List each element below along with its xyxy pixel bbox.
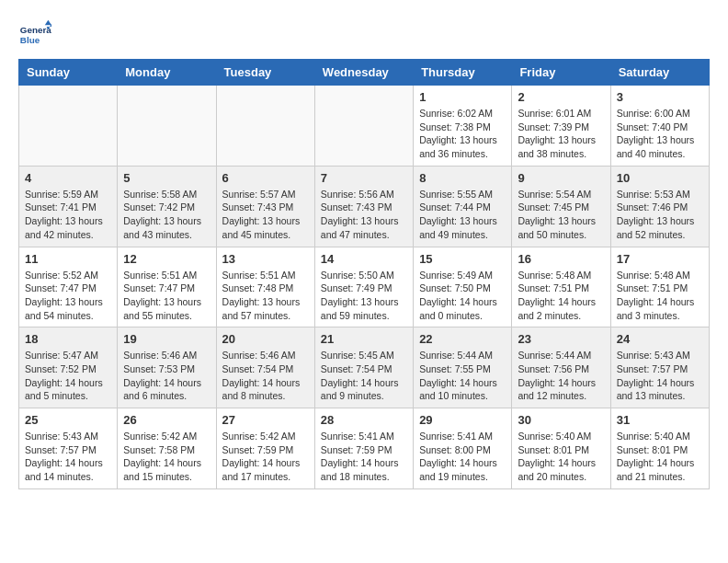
day-number: 29 <box>419 413 506 427</box>
day-number: 6 <box>222 171 309 185</box>
calendar-week-1: 4Sunrise: 5:59 AM Sunset: 7:41 PM Daylig… <box>19 166 710 247</box>
day-info: Sunrise: 5:54 AM Sunset: 7:45 PM Dayligh… <box>518 188 604 242</box>
calendar-week-2: 11Sunrise: 5:52 AM Sunset: 7:47 PM Dayli… <box>19 247 710 327</box>
day-number: 17 <box>617 252 703 266</box>
calendar-day-28: 28Sunrise: 5:41 AM Sunset: 7:59 PM Dayli… <box>314 408 413 489</box>
day-info: Sunrise: 5:50 AM Sunset: 7:49 PM Dayligh… <box>321 269 407 323</box>
logo-icon: General Blue <box>18 18 51 52</box>
day-number: 25 <box>25 413 111 427</box>
calendar-day-12: 12Sunrise: 5:51 AM Sunset: 7:47 PM Dayli… <box>118 247 216 327</box>
day-number: 7 <box>321 171 407 185</box>
calendar-day-3: 3Sunrise: 6:00 AM Sunset: 7:40 PM Daylig… <box>610 86 709 167</box>
day-number: 28 <box>321 413 407 427</box>
calendar-day-empty <box>19 86 118 167</box>
day-info: Sunrise: 5:44 AM Sunset: 7:55 PM Dayligh… <box>419 349 506 403</box>
day-number: 31 <box>617 413 703 427</box>
calendar-day-empty <box>118 86 216 167</box>
calendar-day-7: 7Sunrise: 5:56 AM Sunset: 7:43 PM Daylig… <box>314 166 413 247</box>
day-number: 5 <box>123 171 210 185</box>
calendar-day-17: 17Sunrise: 5:48 AM Sunset: 7:51 PM Dayli… <box>610 247 709 327</box>
day-number: 15 <box>419 252 506 266</box>
day-info: Sunrise: 5:51 AM Sunset: 7:47 PM Dayligh… <box>123 269 210 323</box>
day-number: 27 <box>222 413 309 427</box>
calendar-header-row: SundayMondayTuesdayWednesdayThursdayFrid… <box>19 60 710 86</box>
calendar-day-5: 5Sunrise: 5:58 AM Sunset: 7:42 PM Daylig… <box>118 166 216 247</box>
calendar-day-2: 2Sunrise: 6:01 AM Sunset: 7:39 PM Daylig… <box>512 86 610 167</box>
calendar-day-16: 16Sunrise: 5:48 AM Sunset: 7:51 PM Dayli… <box>512 247 610 327</box>
day-number: 19 <box>123 332 210 346</box>
day-info: Sunrise: 5:46 AM Sunset: 7:54 PM Dayligh… <box>222 349 309 403</box>
calendar-day-21: 21Sunrise: 5:45 AM Sunset: 7:54 PM Dayli… <box>314 327 413 408</box>
calendar-day-29: 29Sunrise: 5:41 AM Sunset: 8:00 PM Dayli… <box>414 408 512 489</box>
day-number: 2 <box>518 90 604 104</box>
day-number: 21 <box>321 332 407 346</box>
calendar-day-10: 10Sunrise: 5:53 AM Sunset: 7:46 PM Dayli… <box>610 166 709 247</box>
calendar-week-4: 25Sunrise: 5:43 AM Sunset: 7:57 PM Dayli… <box>19 408 710 489</box>
header-monday: Monday <box>118 60 216 86</box>
calendar-day-empty <box>216 86 314 167</box>
day-number: 14 <box>321 252 407 266</box>
svg-marker-2 <box>45 20 51 25</box>
day-number: 18 <box>25 332 111 346</box>
day-number: 16 <box>518 252 604 266</box>
svg-text:Blue: Blue <box>20 35 40 45</box>
header-saturday: Saturday <box>610 60 709 86</box>
day-info: Sunrise: 5:59 AM Sunset: 7:41 PM Dayligh… <box>25 188 111 242</box>
day-number: 22 <box>419 332 506 346</box>
calendar-day-20: 20Sunrise: 5:46 AM Sunset: 7:54 PM Dayli… <box>216 327 314 408</box>
day-info: Sunrise: 5:42 AM Sunset: 7:59 PM Dayligh… <box>222 430 309 484</box>
calendar-day-25: 25Sunrise: 5:43 AM Sunset: 7:57 PM Dayli… <box>19 408 118 489</box>
day-info: Sunrise: 5:56 AM Sunset: 7:43 PM Dayligh… <box>321 188 407 242</box>
day-info: Sunrise: 5:52 AM Sunset: 7:47 PM Dayligh… <box>25 269 111 323</box>
day-info: Sunrise: 5:57 AM Sunset: 7:43 PM Dayligh… <box>222 188 309 242</box>
day-info: Sunrise: 5:43 AM Sunset: 7:57 PM Dayligh… <box>25 430 111 484</box>
logo: General Blue <box>18 18 55 52</box>
day-number: 9 <box>518 171 604 185</box>
day-number: 13 <box>222 252 309 266</box>
calendar-day-19: 19Sunrise: 5:46 AM Sunset: 7:53 PM Dayli… <box>118 327 216 408</box>
day-number: 12 <box>123 252 210 266</box>
day-info: Sunrise: 5:47 AM Sunset: 7:52 PM Dayligh… <box>25 349 111 403</box>
day-info: Sunrise: 5:42 AM Sunset: 7:58 PM Dayligh… <box>123 430 210 484</box>
day-number: 20 <box>222 332 309 346</box>
day-number: 30 <box>518 413 604 427</box>
day-info: Sunrise: 5:49 AM Sunset: 7:50 PM Dayligh… <box>419 269 506 323</box>
day-info: Sunrise: 5:55 AM Sunset: 7:44 PM Dayligh… <box>419 188 506 242</box>
calendar-day-11: 11Sunrise: 5:52 AM Sunset: 7:47 PM Dayli… <box>19 247 118 327</box>
day-info: Sunrise: 6:02 AM Sunset: 7:38 PM Dayligh… <box>419 107 506 161</box>
day-info: Sunrise: 5:48 AM Sunset: 7:51 PM Dayligh… <box>518 269 604 323</box>
calendar-day-8: 8Sunrise: 5:55 AM Sunset: 7:44 PM Daylig… <box>414 166 512 247</box>
header-tuesday: Tuesday <box>216 60 314 86</box>
day-info: Sunrise: 5:44 AM Sunset: 7:56 PM Dayligh… <box>518 349 604 403</box>
day-number: 26 <box>123 413 210 427</box>
calendar-day-27: 27Sunrise: 5:42 AM Sunset: 7:59 PM Dayli… <box>216 408 314 489</box>
day-number: 10 <box>617 171 703 185</box>
day-number: 24 <box>617 332 703 346</box>
day-number: 8 <box>419 171 506 185</box>
page-header: General Blue <box>18 18 710 52</box>
calendar-day-31: 31Sunrise: 5:40 AM Sunset: 8:01 PM Dayli… <box>610 408 709 489</box>
calendar-day-22: 22Sunrise: 5:44 AM Sunset: 7:55 PM Dayli… <box>414 327 512 408</box>
day-number: 1 <box>419 90 506 104</box>
day-info: Sunrise: 5:41 AM Sunset: 7:59 PM Dayligh… <box>321 430 407 484</box>
header-sunday: Sunday <box>19 60 118 86</box>
calendar-day-9: 9Sunrise: 5:54 AM Sunset: 7:45 PM Daylig… <box>512 166 610 247</box>
calendar-week-0: 1Sunrise: 6:02 AM Sunset: 7:38 PM Daylig… <box>19 86 710 167</box>
calendar-table: SundayMondayTuesdayWednesdayThursdayFrid… <box>18 59 710 489</box>
calendar-day-1: 1Sunrise: 6:02 AM Sunset: 7:38 PM Daylig… <box>414 86 512 167</box>
calendar-day-23: 23Sunrise: 5:44 AM Sunset: 7:56 PM Dayli… <box>512 327 610 408</box>
calendar-day-18: 18Sunrise: 5:47 AM Sunset: 7:52 PM Dayli… <box>19 327 118 408</box>
day-number: 4 <box>25 171 111 185</box>
calendar-day-26: 26Sunrise: 5:42 AM Sunset: 7:58 PM Dayli… <box>118 408 216 489</box>
day-number: 3 <box>617 90 703 104</box>
calendar-day-6: 6Sunrise: 5:57 AM Sunset: 7:43 PM Daylig… <box>216 166 314 247</box>
day-info: Sunrise: 5:48 AM Sunset: 7:51 PM Dayligh… <box>617 269 703 323</box>
calendar-day-30: 30Sunrise: 5:40 AM Sunset: 8:01 PM Dayli… <box>512 408 610 489</box>
calendar-day-13: 13Sunrise: 5:51 AM Sunset: 7:48 PM Dayli… <box>216 247 314 327</box>
svg-text:General: General <box>20 25 51 35</box>
day-info: Sunrise: 5:43 AM Sunset: 7:57 PM Dayligh… <box>617 349 703 403</box>
day-number: 11 <box>25 252 111 266</box>
header-friday: Friday <box>512 60 610 86</box>
header-wednesday: Wednesday <box>314 60 413 86</box>
day-info: Sunrise: 5:40 AM Sunset: 8:01 PM Dayligh… <box>617 430 703 484</box>
